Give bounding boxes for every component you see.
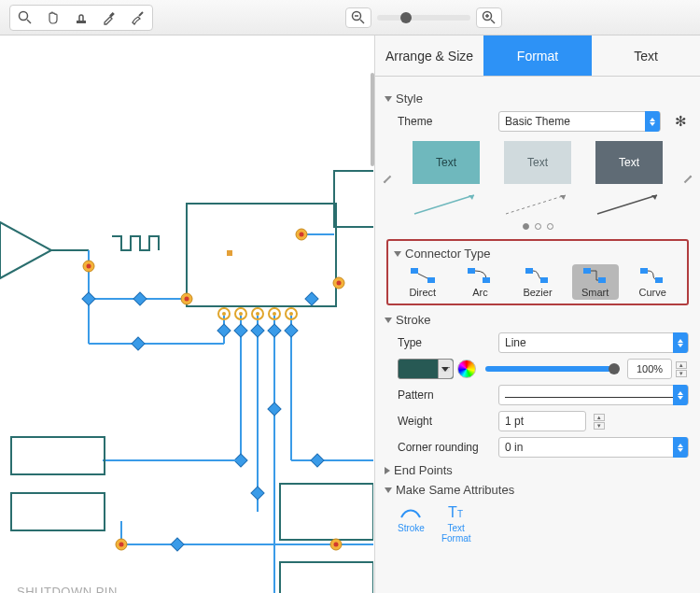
- tool-group: [9, 5, 153, 31]
- svg-rect-49: [525, 268, 533, 274]
- corner-dropdown[interactable]: 0 in: [498, 437, 689, 458]
- pattern-label: Pattern: [386, 388, 491, 402]
- inspector-panel: Arrange & Size Format Text Style Theme B…: [375, 35, 700, 593]
- tab-text[interactable]: Text: [592, 35, 700, 77]
- svg-text:T: T: [448, 504, 457, 520]
- weight-stepper[interactable]: ▴▾: [594, 414, 607, 430]
- svg-line-4: [139, 12, 143, 16]
- zoom-in-button[interactable]: [476, 7, 502, 28]
- connector-arc[interactable]: Arc: [456, 264, 503, 300]
- svg-rect-54: [655, 277, 663, 283]
- svg-line-11: [491, 20, 495, 23]
- connector-bezier[interactable]: Bezier: [514, 264, 561, 300]
- zoom-slider[interactable]: [377, 15, 470, 21]
- svg-marker-43: [651, 195, 657, 200]
- pattern-dropdown[interactable]: [498, 385, 689, 405]
- top-toolbar: [0, 0, 700, 35]
- theme-label: Theme: [386, 115, 491, 128]
- svg-rect-2: [77, 21, 86, 23]
- zoom-controls: [345, 7, 502, 28]
- svg-marker-41: [560, 195, 566, 200]
- chevron-down-icon: [394, 251, 401, 257]
- chevron-down-icon: [385, 96, 392, 102]
- svg-rect-18: [187, 204, 336, 306]
- prev-style-button[interactable]: [384, 176, 391, 183]
- magnify-tool[interactable]: [12, 7, 38, 28]
- stroke-type-dropdown[interactable]: Line: [498, 332, 689, 353]
- inspector-tabs: Arrange & Size Format Text: [375, 35, 700, 77]
- svg-rect-34: [280, 484, 373, 540]
- chevron-down-icon: [385, 318, 392, 323]
- svg-line-1: [27, 20, 31, 23]
- svg-rect-48: [483, 277, 490, 283]
- brush-tool[interactable]: [124, 7, 150, 28]
- style-swatch-2[interactable]: Text: [504, 141, 571, 184]
- gear-icon[interactable]: ✻: [672, 113, 689, 130]
- style-swatch-1[interactable]: Text: [413, 141, 480, 184]
- connector-direct[interactable]: Direct: [399, 264, 446, 300]
- weight-label: Weight: [386, 415, 491, 428]
- svg-line-40: [506, 195, 566, 214]
- svg-text:T: T: [457, 509, 463, 519]
- svg-rect-33: [11, 493, 105, 530]
- next-style-button[interactable]: [684, 176, 692, 183]
- same-stroke-button[interactable]: Stroke: [398, 502, 425, 544]
- stamp-tool[interactable]: [68, 7, 94, 28]
- theme-dropdown[interactable]: Basic Theme: [498, 111, 661, 132]
- same-textformat-button[interactable]: TT Text Format: [441, 502, 471, 544]
- svg-rect-44: [411, 268, 418, 274]
- endpoints-header[interactable]: End Points: [385, 463, 689, 477]
- tab-format[interactable]: Format: [483, 35, 592, 77]
- opacity-slider[interactable]: [485, 366, 618, 372]
- stroke-header[interactable]: Stroke: [385, 313, 689, 327]
- svg-line-7: [360, 20, 364, 23]
- svg-rect-52: [598, 277, 606, 283]
- corner-label: Corner rounding: [386, 441, 491, 454]
- chevron-down-icon: [385, 487, 392, 493]
- svg-point-0: [20, 11, 28, 20]
- stroke-type-label: Type: [386, 336, 491, 349]
- shutdown-pin-label: SHUTDOWN PIN: [17, 585, 118, 593]
- zoom-out-button[interactable]: [345, 7, 371, 28]
- svg-marker-39: [469, 195, 474, 200]
- opacity-stepper[interactable]: ▴▾: [676, 361, 689, 377]
- svg-rect-46: [427, 277, 435, 283]
- svg-rect-53: [640, 268, 648, 274]
- same-attr-header[interactable]: Make Same Attributes: [385, 483, 689, 497]
- svg-line-38: [414, 195, 474, 214]
- svg-rect-20: [334, 171, 373, 227]
- svg-line-42: [597, 195, 657, 214]
- weight-field[interactable]: 1 pt: [498, 411, 586, 431]
- eyedropper-tool[interactable]: [96, 7, 122, 28]
- style-swatch-3[interactable]: Text: [595, 141, 663, 184]
- opacity-field[interactable]: 100%: [627, 359, 672, 379]
- connector-type-section: Connector Type Direct Arc Bezier: [386, 239, 689, 305]
- svg-rect-51: [583, 268, 591, 274]
- tab-arrange[interactable]: Arrange & Size: [375, 35, 483, 77]
- color-picker-button[interactable]: [457, 360, 476, 378]
- connector-curve[interactable]: Curve: [629, 264, 676, 300]
- svg-rect-35: [280, 562, 373, 593]
- connector-smart[interactable]: Smart: [572, 264, 619, 300]
- svg-rect-37: [11, 437, 105, 474]
- style-header[interactable]: Style: [385, 92, 689, 106]
- svg-rect-47: [468, 268, 475, 274]
- svg-rect-19: [227, 250, 232, 256]
- hand-tool[interactable]: [40, 7, 66, 28]
- svg-rect-50: [540, 277, 548, 283]
- style-page-dots[interactable]: [386, 223, 689, 230]
- stroke-color-dropdown[interactable]: [398, 359, 454, 379]
- chevron-right-icon: [385, 467, 390, 474]
- diagram-canvas[interactable]: SHUTDOWN PIN: [0, 35, 375, 593]
